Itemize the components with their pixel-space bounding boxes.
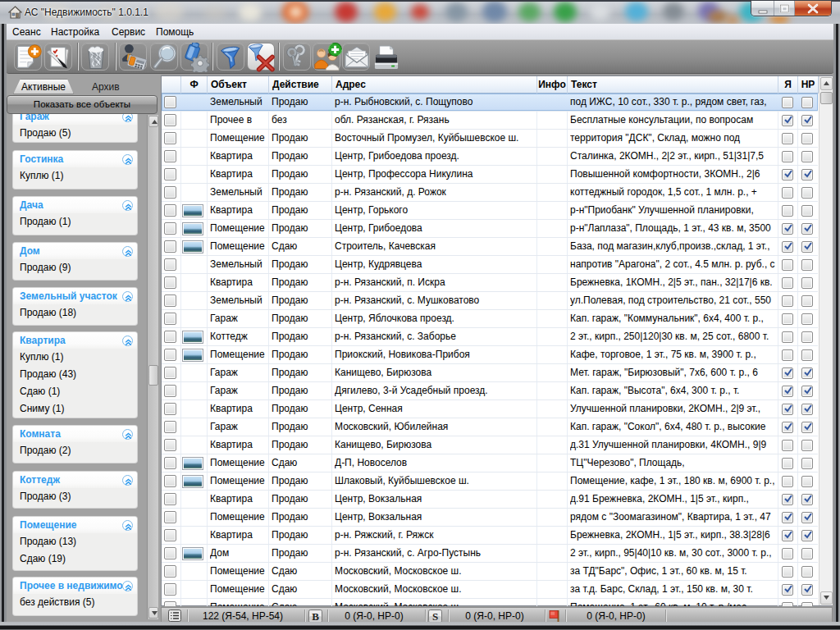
svg-text:S: S xyxy=(432,610,438,623)
svg-text:B: B xyxy=(312,610,319,623)
